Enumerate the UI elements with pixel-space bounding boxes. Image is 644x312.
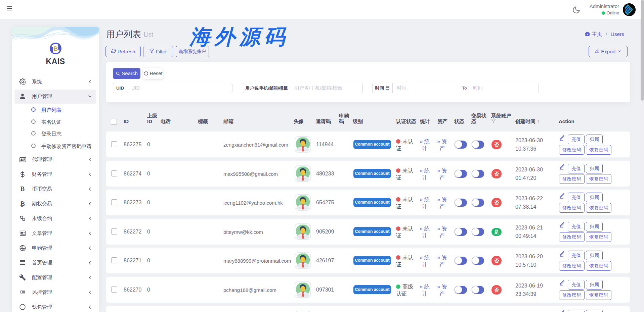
svg-text:₿: ₿ — [53, 46, 58, 52]
svg-text:₿: ₿ — [20, 201, 25, 207]
svg-text:B: B — [20, 186, 25, 192]
